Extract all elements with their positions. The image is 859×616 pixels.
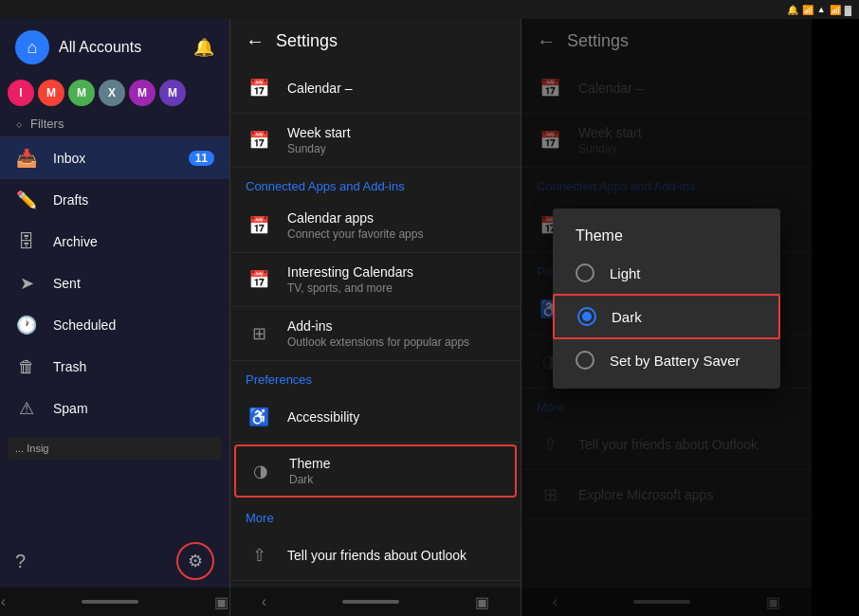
- back-nav-icon[interactable]: ‹: [1, 593, 6, 610]
- avatar-row: I M M X M M: [0, 76, 229, 110]
- settings-item-theme-highlighted[interactable]: ◑ Theme Dark: [234, 444, 517, 498]
- calendar-title: Calendar –: [287, 81, 505, 96]
- avatar-M4[interactable]: M: [159, 80, 186, 106]
- sidebar-item-sent[interactable]: ➤ Sent: [0, 263, 229, 304]
- settings-button[interactable]: ⚙: [176, 542, 214, 580]
- recents-nav-middle-icon[interactable]: ▣: [475, 593, 489, 611]
- insights-card: ... Insig: [8, 437, 222, 460]
- share-icon: ⇧: [246, 542, 272, 569]
- theme-option-battery-saver[interactable]: Set by Battery Saver: [553, 339, 780, 381]
- sidebar-item-spam[interactable]: ⚠ Spam: [0, 388, 229, 429]
- drawer-header: ⌂ All Accounts 🔔: [0, 19, 229, 76]
- notification-bell-icon[interactable]: 🔔: [193, 37, 214, 58]
- inbox-label: Inbox: [53, 151, 174, 166]
- drawer-footer: ? ⚙: [0, 534, 229, 588]
- interesting-cal-subtitle: TV, sports, and more: [287, 281, 505, 295]
- theme-text: Theme Dark: [289, 456, 503, 486]
- radio-battery-saver: [576, 351, 594, 370]
- settings-panel-right: ← Settings 📅 Calendar – 📅 Week start Sun…: [521, 19, 812, 616]
- avatar-M3[interactable]: M: [129, 80, 155, 106]
- theme-subtitle-middle: Dark: [289, 473, 503, 486]
- theme-dark-label: Dark: [612, 309, 642, 325]
- recents-nav-icon[interactable]: ▣: [214, 593, 228, 611]
- status-bar: 🔔 📶 ▲ 📶 ▓: [0, 0, 859, 19]
- theme-battery-saver-label: Set by Battery Saver: [610, 353, 740, 369]
- settings-item-calendar-apps[interactable]: 📅 Calendar apps Connect your favorite ap…: [230, 199, 521, 253]
- sent-icon: ➤: [15, 272, 38, 295]
- drafts-icon: ✏️: [15, 189, 38, 211]
- scheduled-icon: 🕐: [15, 314, 38, 336]
- data-icon: 📶: [830, 5, 841, 15]
- settings-header-middle: ← Settings: [230, 19, 521, 63]
- status-icons: 🔔 📶 ▲ 📶 ▓: [787, 5, 851, 15]
- home-pill: [82, 600, 138, 604]
- settings-item-explore-apps[interactable]: ⊞ Explore Microsoft apps: [230, 581, 521, 588]
- spam-label: Spam: [53, 401, 214, 416]
- avatar-I[interactable]: I: [8, 80, 34, 106]
- accessibility-icon: ♿: [246, 404, 272, 430]
- settings-item-interesting-calendars[interactable]: 📅 Interesting Calendars TV, sports, and …: [230, 253, 521, 307]
- sidebar-item-inbox[interactable]: 📥 Inbox 11: [0, 137, 229, 179]
- theme-dialog-overlay: Theme Light Dark Set by Battery Saver: [521, 19, 812, 616]
- nav-bar-middle: ‹ ▣: [230, 588, 521, 616]
- settings-item-accessibility[interactable]: ♿ Accessibility: [230, 392, 521, 443]
- settings-item-week-start[interactable]: 📅 Week start Sunday: [230, 114, 521, 168]
- calendar-icon-middle: 📅: [246, 75, 272, 101]
- interesting-cal-text: Interesting Calendars TV, sports, and mo…: [287, 264, 505, 295]
- week-start-title: Week start: [287, 125, 505, 140]
- accessibility-text: Accessibility: [287, 409, 505, 425]
- sent-label: Sent: [53, 276, 214, 291]
- avatar-M2[interactable]: M: [68, 80, 95, 106]
- settings-item-add-ins[interactable]: ⊞ Add-ins Outlook extensions for popular…: [230, 307, 521, 361]
- spam-icon: ⚠: [15, 397, 38, 420]
- back-button-middle[interactable]: ←: [246, 30, 265, 52]
- back-nav-middle-icon[interactable]: ‹: [262, 593, 266, 610]
- inbox-icon: 📥: [15, 147, 38, 170]
- theme-option-dark[interactable]: Dark: [553, 294, 780, 339]
- avatar-X[interactable]: X: [99, 80, 125, 106]
- settings-item-calendar[interactable]: 📅 Calendar –: [230, 63, 521, 114]
- tell-friends-title: Tell your friends about Outlook: [287, 548, 505, 563]
- interesting-cal-title: Interesting Calendars: [287, 264, 505, 280]
- sidebar-item-archive[interactable]: 🗄 Archive: [0, 221, 229, 263]
- theme-dialog-title: Theme: [553, 216, 780, 252]
- interesting-cal-icon: 📅: [246, 266, 272, 293]
- theme-dialog: Theme Light Dark Set by Battery Saver: [553, 208, 780, 389]
- filters-row[interactable]: ⬦ Filters: [0, 110, 229, 137]
- settings-title-middle: Settings: [276, 31, 338, 51]
- notification-icon: 🔔: [787, 5, 798, 15]
- calendar-text: Calendar –: [287, 81, 505, 96]
- main-layout: ⌂ All Accounts 🔔 I M M X M M ⬦ Filters 📥…: [0, 19, 859, 616]
- radio-light: [576, 263, 594, 282]
- help-icon[interactable]: ?: [15, 551, 26, 572]
- theme-option-light[interactable]: Light: [553, 252, 780, 294]
- scheduled-label: Scheduled: [53, 317, 214, 333]
- calendar-apps-subtitle: Connect your favorite apps: [287, 227, 505, 241]
- sidebar-item-drafts[interactable]: ✏️ Drafts: [0, 179, 229, 221]
- settings-content-middle[interactable]: 📅 Calendar – 📅 Week start Sunday Connect…: [230, 63, 521, 588]
- calendar-apps-icon: 📅: [246, 212, 272, 239]
- settings-item-tell-friends[interactable]: ⇧ Tell your friends about Outlook: [230, 531, 521, 581]
- section-connected-apps: Connected Apps and Add-ins: [230, 168, 521, 199]
- sidebar-item-trash[interactable]: 🗑 Trash: [0, 346, 229, 388]
- theme-light-label: Light: [610, 265, 641, 281]
- section-more-middle: More: [230, 499, 521, 531]
- add-ins-icon: ⊞: [246, 320, 272, 347]
- drawer-header-left: ⌂ All Accounts: [15, 30, 141, 64]
- tell-friends-text: Tell your friends about Outlook: [287, 548, 505, 563]
- drawer-spacer: ... Insig: [0, 429, 229, 534]
- inbox-badge: 11: [189, 151, 214, 166]
- archive-icon: 🗄: [15, 230, 38, 253]
- sidebar-item-scheduled[interactable]: 🕐 Scheduled: [0, 304, 229, 346]
- week-start-subtitle: Sunday: [287, 142, 505, 155]
- home-avatar[interactable]: ⌂: [15, 30, 49, 64]
- home-pill-middle: [342, 600, 399, 604]
- trash-icon: 🗑: [15, 355, 38, 378]
- avatar-M1[interactable]: M: [38, 80, 64, 106]
- nav-drawer: ⌂ All Accounts 🔔 I M M X M M ⬦ Filters 📥…: [0, 19, 229, 616]
- add-ins-subtitle: Outlook extensions for popular apps: [287, 335, 505, 349]
- section-preferences-middle: Preferences: [230, 361, 521, 392]
- drafts-label: Drafts: [53, 192, 214, 208]
- archive-label: Archive: [53, 234, 214, 249]
- drawer-title: All Accounts: [59, 39, 141, 56]
